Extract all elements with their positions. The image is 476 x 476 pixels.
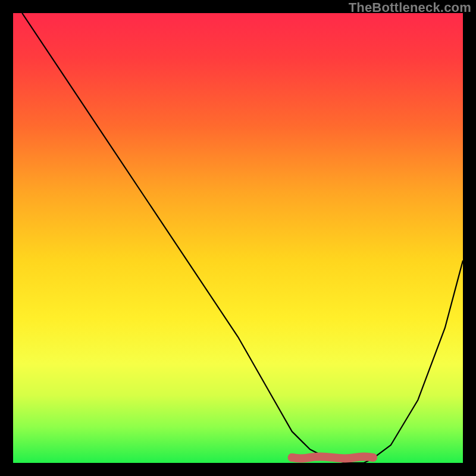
optimal-range-marker — [292, 456, 373, 458]
chart-svg — [13, 13, 463, 463]
plot-area — [13, 13, 463, 463]
curve-line — [22, 13, 463, 463]
optimal-range-start-dot — [288, 453, 296, 462]
optimal-range-end-dot — [369, 453, 377, 462]
chart-frame: TheBottleneck.com — [0, 0, 476, 476]
